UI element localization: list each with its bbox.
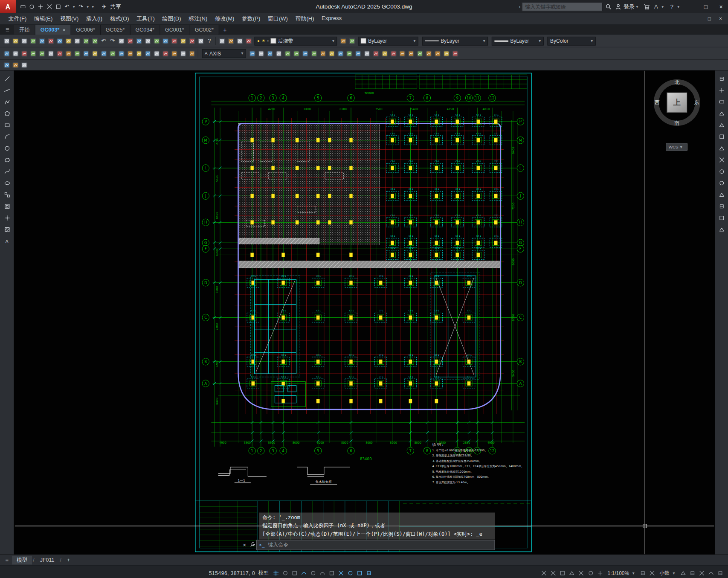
dimension-text-edit-icon[interactable] — [389, 49, 397, 58]
baseline-dimension-icon[interactable] — [327, 49, 336, 58]
annotation-monitor-icon[interactable] — [648, 569, 656, 578]
dimension-style-icon[interactable] — [442, 49, 450, 58]
block-editor-icon[interactable] — [90, 37, 99, 45]
qnew-icon[interactable] — [2, 37, 11, 45]
copy-object-icon[interactable] — [11, 49, 20, 58]
undo-caret-icon[interactable]: ▾ — [72, 2, 76, 11]
maximize-button[interactable]: □ — [699, 0, 713, 12]
annotation-scale-button[interactable]: 1:1/100% — [606, 570, 631, 576]
dimension-break-icon[interactable] — [354, 49, 363, 58]
transparency-icon[interactable] — [365, 569, 373, 578]
menu-文件(F)[interactable]: 文件(F) — [5, 13, 30, 24]
help-caret-icon[interactable]: ▾ — [677, 4, 682, 9]
selection-cycling-icon[interactable] — [540, 569, 548, 578]
trim-icon[interactable] — [82, 49, 90, 58]
file-tab-GC034[interactable]: GC034* — [130, 25, 160, 35]
array-icon[interactable] — [717, 121, 726, 129]
mirror-icon[interactable] — [20, 49, 29, 58]
open-icon[interactable] — [27, 2, 36, 11]
design-center-icon[interactable] — [161, 37, 170, 45]
text-style-combo[interactable]: A AXIS ▾ — [202, 49, 246, 58]
cut-icon[interactable] — [55, 37, 64, 45]
rotate-icon[interactable] — [55, 49, 64, 58]
redo-caret-icon[interactable]: ▾ — [85, 2, 90, 11]
infer-constraints-icon[interactable] — [290, 569, 299, 578]
customize-command-icon[interactable] — [248, 542, 256, 548]
dimension-space-icon[interactable] — [345, 49, 354, 58]
dimension-update-icon[interactable] — [398, 49, 406, 58]
fillet-icon[interactable] — [717, 179, 726, 187]
ellipse-icon[interactable] — [3, 179, 12, 187]
dim-diameter-icon[interactable] — [301, 49, 309, 58]
menu-窗口(W)[interactable]: 窗口(W) — [264, 13, 292, 24]
text-style-caret-icon[interactable]: ▾ — [241, 51, 244, 56]
viewcube-south[interactable]: 南 — [674, 119, 679, 126]
dim-linear-icon[interactable] — [248, 49, 256, 58]
color-combo-caret-icon[interactable]: ▾ — [413, 38, 415, 43]
save-icon[interactable] — [36, 2, 45, 11]
menu-编辑(E)[interactable]: 编辑(E) — [30, 13, 56, 24]
block-attribute-manager-icon[interactable] — [11, 61, 20, 70]
break-icon[interactable] — [108, 49, 117, 58]
erase-icon[interactable] — [717, 74, 726, 83]
dim-aligned-icon[interactable] — [257, 49, 265, 58]
dim-arc-length-icon[interactable] — [266, 49, 274, 58]
layer-combo[interactable]: ● ☀ ▪ 后浇带 ▾ — [255, 36, 337, 45]
offset-icon[interactable] — [29, 49, 37, 58]
search-chevron-icon[interactable]: › — [519, 4, 520, 9]
zoom-realtime-icon[interactable] — [126, 37, 134, 45]
menu-格式(O)[interactable]: 格式(O) — [106, 13, 133, 24]
login-button[interactable]: 登录 — [624, 3, 635, 11]
menu-参数(P)[interactable]: 参数(P) — [238, 13, 264, 24]
file-tab-GC002[interactable]: GC002* — [190, 25, 220, 35]
layer-previous-icon[interactable] — [244, 37, 253, 45]
polygon-icon[interactable] — [3, 109, 12, 118]
minimize-button[interactable]: ─ — [683, 0, 697, 12]
save-icon[interactable] — [20, 37, 29, 45]
object-snap-icon[interactable] — [346, 569, 355, 578]
command-input[interactable]: >_ 键入命令 — [256, 540, 495, 550]
lock-ui-icon[interactable] — [688, 569, 696, 578]
polyline-icon[interactable] — [3, 98, 12, 106]
file-tab-GC025[interactable]: GC025* — [101, 25, 131, 35]
quick-calc-icon[interactable] — [196, 37, 205, 45]
dim-jogged-icon[interactable] — [292, 49, 301, 58]
move-icon[interactable] — [46, 49, 55, 58]
toolbar-caret-icon[interactable]: ▾ — [90, 2, 95, 11]
spline-icon[interactable] — [3, 167, 12, 176]
paste-icon[interactable] — [73, 37, 81, 45]
sync-attributes-icon[interactable] — [20, 61, 29, 70]
dynamic-input-icon[interactable] — [300, 569, 308, 578]
extend-icon[interactable] — [90, 49, 99, 58]
match-properties-icon[interactable] — [717, 225, 726, 234]
match-layer-icon[interactable] — [348, 37, 356, 45]
copy-clip-icon[interactable] — [64, 37, 73, 45]
color-combo[interactable]: ByLayer ▾ — [358, 36, 418, 45]
dimension-oblique-icon[interactable] — [380, 49, 389, 58]
rotate-icon[interactable] — [717, 144, 726, 152]
redo-icon[interactable]: ↷ — [77, 2, 85, 11]
model-space-canvas[interactable]: 112233445566778899101011111212PPMMLLJJHH… — [14, 70, 715, 554]
linetype-combo[interactable]: ByLayer ▾ — [422, 36, 488, 45]
file-tab-GC001[interactable]: GC001* — [160, 25, 190, 35]
measure-icon[interactable] — [717, 202, 726, 210]
open-icon[interactable] — [11, 37, 20, 45]
graphics-performance-icon[interactable] — [707, 569, 715, 578]
insert-block-icon[interactable] — [3, 190, 12, 199]
new-drawing-tab-button[interactable]: + — [219, 25, 230, 35]
viewcube[interactable]: 北 南 西 东 上 — [651, 77, 702, 128]
share-button[interactable]: ✈ 共享 — [100, 2, 121, 11]
file-tab-GC006[interactable]: GC006* — [71, 25, 101, 35]
workspace-switching-icon[interactable] — [638, 569, 647, 578]
search-icon[interactable] — [604, 2, 612, 11]
tolerance-icon[interactable] — [363, 49, 371, 58]
user-icon[interactable] — [614, 2, 622, 11]
save-as-icon[interactable] — [45, 2, 54, 11]
publish-icon[interactable] — [46, 37, 55, 45]
dim-angular-icon[interactable] — [310, 49, 318, 58]
plot-preview-icon[interactable] — [38, 37, 46, 45]
circle-icon[interactable] — [3, 144, 12, 152]
login-caret-icon[interactable]: ▾ — [636, 4, 641, 9]
layer-properties-icon[interactable] — [218, 37, 226, 45]
close-command-window-icon[interactable]: × — [241, 542, 249, 548]
